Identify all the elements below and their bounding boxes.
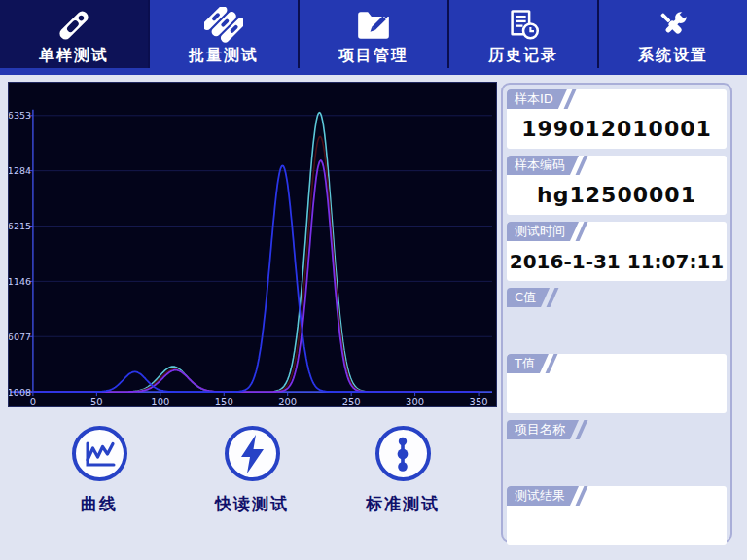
test-strip-icon (55, 5, 92, 46)
batch-strips-icon (204, 5, 243, 46)
quick-read-test-label: 快读测试 (215, 493, 289, 515)
field-label-c-value: C值 (507, 288, 550, 307)
svg-text:50: 50 (90, 397, 103, 406)
tab-label: 历史记录 (488, 46, 558, 65)
standard-test-label: 标准测试 (366, 493, 440, 515)
test-time-value: 2016-1-31 11:07:11 (507, 241, 727, 281)
standard-test-button[interactable]: 标准测试 (343, 426, 462, 515)
field-test-result: 测试结果 (507, 486, 727, 545)
field-t-value: T值 (507, 354, 727, 413)
svg-text:200: 200 (278, 397, 297, 406)
tools-icon (654, 5, 693, 46)
tab-project-management[interactable]: 项目管理 (300, 0, 449, 68)
svg-text:2016215: 2016215 (9, 221, 31, 231)
curve-button-label: 曲线 (81, 493, 118, 515)
project-name-value (507, 439, 727, 479)
svg-text:3306353: 3306353 (9, 110, 31, 121)
field-label-test-result: 测试结果 (507, 486, 579, 506)
tab-history[interactable]: 历史记录 (449, 0, 599, 68)
svg-text:250: 250 (342, 397, 361, 406)
tab-label: 单样测试 (39, 46, 109, 65)
curve-icon (72, 426, 127, 481)
field-label-sample-code: 样本编码 (507, 156, 579, 175)
svg-text:0: 0 (30, 397, 36, 406)
svg-text:100: 100 (151, 397, 169, 406)
svg-text:2661284: 2661284 (9, 165, 31, 176)
quick-read-test-button[interactable]: 快读测试 (193, 426, 311, 515)
field-sample-code: 样本编码 hg12500001 (507, 156, 727, 215)
svg-text:150: 150 (215, 397, 233, 406)
test-result-value (507, 506, 727, 545)
t-value (507, 373, 727, 413)
standard-test-icon (375, 426, 431, 481)
tab-batch-test[interactable]: 批量测试 (150, 0, 300, 68)
top-navigation: 单样测试 批量测试 (0, 0, 747, 68)
field-label-sample-id: 样本ID (507, 89, 567, 109)
chart-canvas: 8100872607713711462016215266128433063530… (9, 83, 496, 406)
lightning-icon (225, 426, 280, 481)
folder-edit-icon (354, 5, 393, 46)
field-label-project-name: 项目名称 (507, 420, 579, 439)
svg-text:300: 300 (406, 397, 424, 406)
svg-text:350: 350 (470, 397, 488, 406)
field-sample-id: 样本ID 199012010001 (507, 89, 727, 149)
svg-text:81008: 81008 (9, 387, 31, 398)
history-doc-clock-icon (504, 5, 543, 46)
tab-label: 批量测试 (189, 46, 259, 65)
svg-text:1371146: 1371146 (9, 276, 31, 287)
field-label-test-time: 测试时间 (507, 222, 579, 241)
tab-label: 系统设置 (638, 46, 708, 65)
curve-button[interactable]: 曲线 (40, 426, 159, 515)
field-test-time: 测试时间 2016-1-31 11:07:11 (507, 222, 727, 281)
signal-curve-chart: 8100872607713711462016215266128433063530… (8, 82, 497, 407)
tab-single-test[interactable]: 单样测试 (0, 0, 150, 68)
sample-code-value: hg12500001 (507, 175, 727, 215)
nav-underline (0, 68, 747, 75)
svg-text:726077: 726077 (9, 332, 31, 342)
tab-system-settings[interactable]: 系统设置 (599, 0, 747, 68)
field-project-name: 项目名称 (507, 420, 727, 479)
c-value (507, 307, 727, 347)
tab-label: 项目管理 (338, 46, 409, 65)
sample-id-value: 199012010001 (507, 109, 727, 149)
sample-info-panel: 样本ID 199012010001 样本编码 hg12500001 测试时间 2… (501, 83, 732, 542)
field-label-t-value: T值 (507, 354, 549, 373)
field-c-value: C值 (507, 288, 727, 347)
